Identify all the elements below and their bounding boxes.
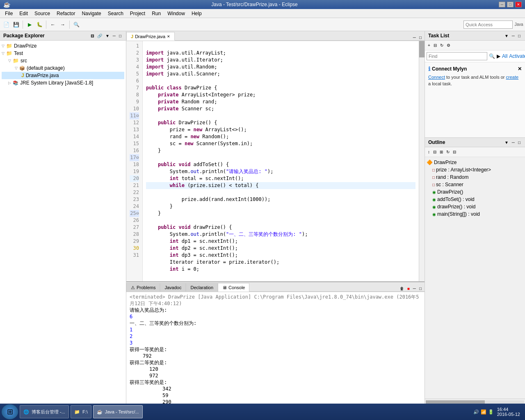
taskbar-item-explorer[interactable]: 📁 F:\ [71, 405, 91, 418]
bottom-tab-problems[interactable]: ⚠Problems [126, 283, 160, 292]
activate-label[interactable]: Activate... [509, 53, 525, 59]
outline-scrollbar-thumb[interactable] [426, 400, 485, 404]
console-maximize-button[interactable]: □ [418, 286, 423, 291]
all-label[interactable]: All [502, 53, 507, 59]
quick-access-input[interactable] [463, 21, 513, 29]
tab-close-button[interactable]: ✕ [167, 34, 170, 39]
outline-drawprize-label: drawPrize() : void [437, 204, 475, 210]
taskbar-explorer-label: F:\ [82, 409, 88, 414]
connect-text-end: a local task. [428, 81, 452, 86]
save-button[interactable]: 💾 [11, 20, 21, 29]
bottom-tab-console[interactable]: 🖥Console [218, 283, 249, 292]
editor-tab-drawprize[interactable]: J DrawPrize.java ✕ [126, 32, 175, 41]
back-button[interactable]: ← [48, 20, 57, 29]
outline-sync-button[interactable]: ↻ [445, 149, 451, 155]
link-editor-button[interactable]: 🔗 [96, 33, 103, 39]
menu-run[interactable]: Run [148, 10, 164, 17]
outline-collapse-button[interactable]: ⊟ [452, 149, 457, 155]
task-list-maximize-button[interactable]: □ [517, 33, 522, 39]
console-output-line-5: 2 [130, 333, 421, 340]
console-output-line-4: 1 [130, 326, 421, 333]
find-input[interactable] [427, 52, 487, 60]
taskbar-item-blog[interactable]: 🌐 博客后台管理 -... [20, 405, 69, 418]
run-button[interactable]: ▶ [25, 20, 34, 29]
outline-item-constructor[interactable]: ◉ DrawPrize() [427, 188, 523, 196]
outline-item-drawprize-method[interactable]: ◉ drawPrize() : void [427, 203, 523, 210]
menu-help[interactable]: Help [188, 10, 205, 17]
tree-item-test-project[interactable]: ▽ 📁 Test [2, 50, 124, 57]
console-output-line-6: 3 [130, 340, 421, 346]
menu-project[interactable]: Project [127, 10, 148, 17]
tree-item-src[interactable]: ▽ 📁 src [2, 57, 124, 64]
outline-item-rand-field[interactable]: □ rand : Random [427, 173, 523, 181]
outline-menu-button[interactable]: ▼ [503, 140, 510, 145]
editor-maximize-button[interactable]: □ [418, 35, 423, 40]
outline-maximize-button[interactable]: □ [517, 140, 522, 145]
new-task-button[interactable]: + [427, 43, 431, 48]
tree-item-drawprize-java[interactable]: J DrawPrize.java [2, 72, 124, 79]
outline-filter-button[interactable]: ⊟ [432, 149, 438, 155]
outline-expand-button[interactable]: ⊞ [438, 149, 444, 155]
menu-navigate[interactable]: Navigate [78, 10, 104, 17]
task-list-menu-button[interactable]: ▼ [503, 33, 510, 39]
maximize-button[interactable]: □ [507, 2, 514, 7]
taskbar-item-eclipse[interactable]: ☕ Java - Test/src/... [93, 405, 143, 418]
tree-item-drawprize-project[interactable]: ▽ 📁 DrawPrize [2, 42, 124, 50]
editor-tab-label: DrawPrize.java [135, 34, 165, 39]
code-content[interactable]: import java.util.ArrayList; import java.… [143, 41, 419, 281]
tree-item-default-package[interactable]: ▽ 📦 (default package) [2, 64, 124, 72]
field-icon-prize: □ [432, 168, 435, 172]
bottom-tab-javadoc[interactable]: Javadoc [160, 283, 186, 292]
right-panel: Task List ▼ ─ □ + ⊟ ↻ ⚙ 🔍 ▶ All Activate… [425, 31, 525, 404]
menu-source[interactable]: Source [31, 10, 53, 17]
task-settings-button[interactable]: ⚙ [445, 43, 452, 48]
console-minimize-button[interactable]: ─ [412, 286, 417, 291]
editor-minimize-button[interactable]: ─ [412, 35, 417, 40]
stop-button[interactable]: ■ [406, 286, 411, 291]
minimize-panel-button[interactable]: ─ [112, 33, 117, 39]
task-sync-button[interactable]: ↻ [439, 43, 445, 48]
maximize-panel-button[interactable]: □ [118, 33, 123, 39]
debug-button[interactable]: 🐛 [35, 20, 44, 29]
console-content: <terminated> DrawPrize [Java Application… [126, 292, 425, 404]
outline-item-addtoset[interactable]: ◉ addToSet() : void [427, 196, 523, 203]
outline-item-sc-field[interactable]: □ sc : Scanner [427, 181, 523, 188]
menu-window[interactable]: Window [164, 10, 188, 17]
taskbar-right: 🔊 📶 🔋 16:44 2016-05-12 [473, 407, 523, 417]
menu-search[interactable]: Search [105, 10, 127, 17]
editor-scrollbar[interactable] [419, 41, 425, 281]
task-list-header: Task List ▼ ─ □ [425, 31, 525, 41]
task-filter-button[interactable]: ⊟ [432, 43, 438, 48]
bottom-tab-declaration[interactable]: Declaration [186, 283, 218, 292]
menu-file[interactable]: File [2, 10, 16, 17]
collapse-all-button[interactable]: ⊟ [89, 33, 95, 39]
title-bar-icon: ☕ [3, 1, 10, 8]
java-perspective-button[interactable]: Java [514, 20, 523, 29]
outline-main-label: main(String[]) : void [437, 211, 480, 217]
task-list-minimize-button[interactable]: ─ [511, 33, 516, 39]
menu-edit[interactable]: Edit [16, 10, 31, 17]
connect-mylyn-close[interactable]: ✕ [518, 66, 522, 72]
new-button[interactable]: 📄 [2, 20, 11, 29]
close-button[interactable]: ✕ [515, 2, 522, 7]
tree-item-jre-library[interactable]: ▷ 📚 JRE System Library [JavaSE-1.8] [2, 79, 124, 87]
minimize-button[interactable]: ─ [499, 2, 505, 7]
forward-button[interactable]: → [58, 20, 67, 29]
taskbar-time: 16:44 [497, 407, 520, 412]
find-search-icon[interactable]: 🔍 [489, 53, 495, 59]
outline-item-drawprize-class[interactable]: 🔶 DrawPrize [427, 159, 523, 166]
clear-console-button[interactable]: 🗑 [399, 286, 405, 291]
outline-class-label: DrawPrize [434, 160, 457, 165]
menu-refactor[interactable]: Refactor [53, 10, 78, 17]
connect-link[interactable]: Connect [428, 75, 445, 80]
start-button[interactable]: ⊞ [2, 404, 18, 419]
outline-item-main[interactable]: ◉ main(String[]) : void [427, 210, 523, 218]
outline-minimize-button[interactable]: ─ [511, 140, 516, 145]
outline-sort-button[interactable]: ↕ [427, 149, 431, 155]
outline-item-prize-field[interactable]: □ prize : ArrayList<Integer> [427, 166, 523, 173]
view-menu-button[interactable]: ▼ [104, 33, 111, 39]
create-link[interactable]: create [506, 75, 519, 80]
search-button[interactable]: 🔍 [72, 20, 81, 29]
outline-scrollbar[interactable] [426, 400, 524, 404]
find-arrow[interactable]: ▶ [497, 53, 500, 59]
